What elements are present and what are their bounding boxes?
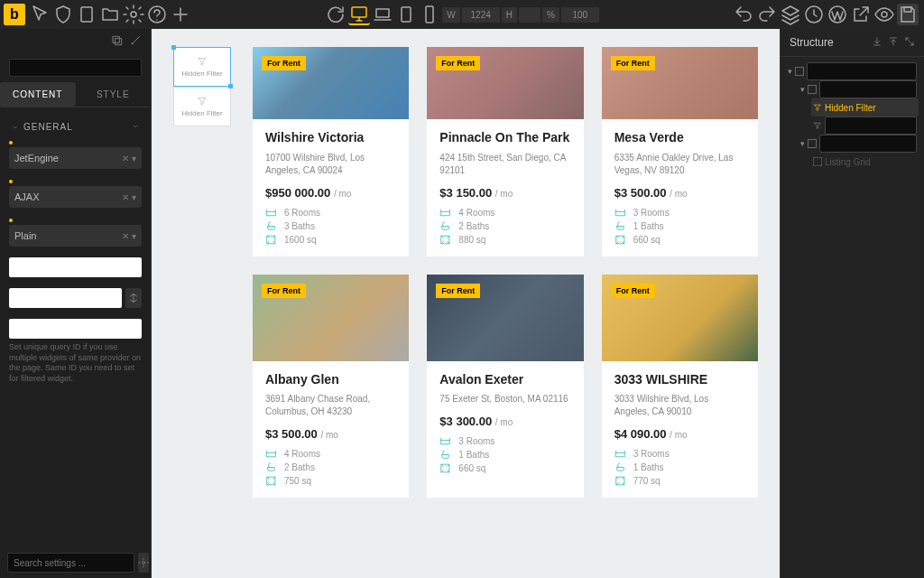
- select-apply-type[interactable]: AJAX ✕ ▾: [9, 186, 142, 208]
- stat-baths: 1 Baths: [439, 449, 570, 461]
- folder-icon[interactable]: [99, 4, 121, 25]
- listing-card[interactable]: For Rent Pinnacle On The Park 424 15th S…: [427, 47, 583, 256]
- listing-card[interactable]: For Rent 3033 WILSHIRE 3033 Wilshire Blv…: [602, 275, 758, 499]
- card-address: 424 15th Street, San Diego, CA 92101: [439, 152, 570, 177]
- stat-baths: 2 Baths: [439, 220, 570, 232]
- history-icon[interactable]: [803, 4, 825, 25]
- structure-expand-icon[interactable]: [904, 36, 915, 49]
- listing-grid[interactable]: For Rent Wilshire Victoria 10700 Wilshir…: [253, 47, 758, 498]
- card-image: For Rent: [602, 275, 758, 361]
- card-title: Wilshire Victoria: [265, 130, 396, 146]
- svg-rect-5: [402, 7, 411, 22]
- search-settings-input[interactable]: [7, 553, 134, 573]
- card-title: Avalon Exeter: [439, 372, 570, 388]
- tree-row-hidden-filter[interactable]: [811, 117, 919, 135]
- plus-icon[interactable]: [170, 4, 191, 25]
- tab-content[interactable]: CONTENT: [0, 82, 76, 107]
- card-title: Albany Glen: [265, 372, 396, 388]
- svg-point-1: [131, 12, 136, 17]
- gear-icon[interactable]: [123, 4, 144, 25]
- eye-icon[interactable]: [873, 4, 895, 25]
- stat-baths: 1 Baths: [614, 461, 745, 473]
- stat-rooms: 3 Rooms: [439, 435, 570, 447]
- copy-icon[interactable]: [111, 34, 124, 50]
- wordpress-icon[interactable]: [827, 4, 848, 25]
- select-format[interactable]: Plain ✕ ▾: [9, 225, 142, 247]
- tree-row-hidden-filter-active[interactable]: Hidden Filter: [811, 98, 919, 117]
- tree-row-listing-grid[interactable]: Listing Grid: [811, 153, 919, 171]
- hidden-filter-element-selected[interactable]: Hidden Filter: [173, 47, 231, 87]
- card-price: $3 300.00 / mo: [439, 415, 570, 428]
- card-address: 3033 Wilshire Blvd, Los Angeles, CA 9001…: [614, 393, 745, 418]
- stat-area: 880 sq: [439, 234, 570, 246]
- main-area: CONTENT STYLE GENERAL JetEngine ✕ ▾ AJAX…: [0, 29, 924, 578]
- rent-badge: For Rent: [436, 56, 480, 70]
- svg-rect-10: [904, 7, 911, 12]
- svg-rect-14: [267, 211, 276, 215]
- width-value[interactable]: 1224: [462, 7, 500, 23]
- laptop-icon[interactable]: [372, 4, 393, 25]
- card-image: For Rent: [427, 275, 583, 361]
- element-selector-input[interactable]: [9, 59, 142, 77]
- structure-tree: ▾ ▾ Hidden Filter ▾ Listing Grid: [781, 57, 924, 176]
- desktop-icon[interactable]: [348, 4, 370, 25]
- tree-row-section[interactable]: ▾: [786, 62, 919, 80]
- tablet-icon[interactable]: [395, 4, 417, 25]
- sidebar-tool-row: [0, 29, 151, 55]
- layers-icon[interactable]: [780, 4, 801, 25]
- rent-badge: For Rent: [611, 284, 655, 298]
- help-icon[interactable]: [146, 4, 168, 25]
- tree-row-container[interactable]: ▾: [799, 80, 919, 98]
- refresh-icon[interactable]: [325, 4, 346, 25]
- external-link-icon[interactable]: [850, 4, 872, 25]
- structure-download-icon[interactable]: [872, 36, 882, 49]
- height-label: H: [502, 7, 517, 23]
- tree-label: Listing Grid: [825, 157, 871, 167]
- section-general[interactable]: GENERAL: [9, 117, 142, 137]
- phone-icon[interactable]: [419, 4, 440, 25]
- listing-card[interactable]: For Rent Mesa Verde 6335 Annie Oakley Dr…: [602, 47, 758, 256]
- height-value[interactable]: [519, 7, 541, 23]
- listing-card[interactable]: For Rent Avalon Exeter 75 Exeter St, Bos…: [427, 275, 583, 499]
- card-title: 3033 WILSHIRE: [614, 372, 745, 388]
- select-provider[interactable]: JetEngine ✕ ▾: [9, 147, 142, 169]
- brand-logo[interactable]: b: [4, 4, 25, 25]
- structure-upload-icon[interactable]: [888, 36, 899, 49]
- sidebar-right: Structure ▾ ▾ Hidden Filter ▾ Listing Gr…: [780, 29, 924, 578]
- page-icon[interactable]: [76, 4, 97, 25]
- topbar: b W 1224 H % 100: [0, 0, 924, 29]
- card-price: $3 500.00 / mo: [614, 186, 745, 200]
- svg-point-13: [143, 562, 145, 564]
- card-image: For Rent: [427, 47, 583, 119]
- query-id-help: Set unique query ID if you use multiple …: [9, 342, 142, 385]
- listing-card[interactable]: For Rent Albany Glen 3691 Albany Chase R…: [253, 275, 409, 499]
- redo-icon[interactable]: [756, 4, 778, 25]
- select-format-value: Plain: [14, 230, 122, 241]
- zoom-value[interactable]: 100: [561, 7, 599, 23]
- listing-card[interactable]: For Rent Wilshire Victoria 10700 Wilshir…: [253, 47, 409, 256]
- hidden-filter-element[interactable]: Hidden Filter: [173, 87, 231, 126]
- tab-style[interactable]: STYLE: [76, 82, 152, 107]
- shield-icon[interactable]: [52, 4, 74, 25]
- svg-point-8: [829, 6, 845, 23]
- svg-rect-0: [81, 7, 92, 22]
- dynamic-tag-icon[interactable]: [125, 288, 142, 308]
- tree-label: Hidden Filter: [825, 103, 876, 113]
- section-general-label: GENERAL: [23, 122, 73, 132]
- wand-icon[interactable]: [129, 34, 142, 50]
- stat-rooms: 6 Rooms: [265, 207, 396, 219]
- stat-baths: 3 Baths: [265, 220, 396, 232]
- undo-icon[interactable]: [733, 4, 754, 25]
- query-field-2[interactable]: [9, 288, 122, 308]
- query-field-1[interactable]: [9, 257, 142, 277]
- save-icon[interactable]: [897, 4, 919, 25]
- stat-rooms: 3 Rooms: [614, 207, 745, 219]
- cursor-icon[interactable]: [29, 4, 51, 25]
- svg-rect-16: [441, 211, 450, 215]
- canvas[interactable]: Hidden Filter Hidden Filter For Rent Wil…: [152, 29, 780, 578]
- stat-rooms: 4 Rooms: [265, 448, 396, 460]
- settings-gear-icon[interactable]: [138, 553, 149, 573]
- card-image: For Rent: [253, 47, 409, 119]
- tree-row-container-2[interactable]: ▾: [799, 135, 919, 153]
- query-id-field[interactable]: [9, 319, 142, 339]
